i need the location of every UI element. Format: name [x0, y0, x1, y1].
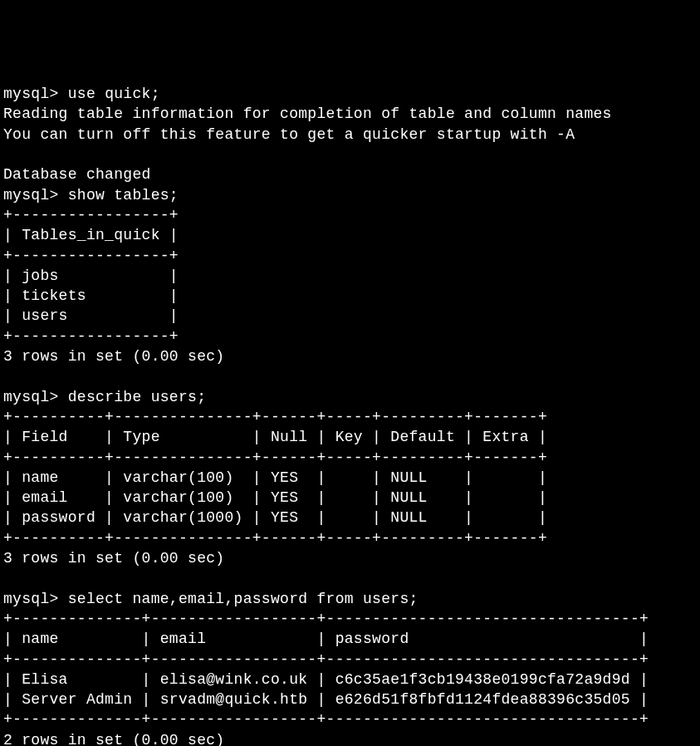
table-row: | tickets | [3, 287, 179, 304]
table-row: | Elisa | elisa@wink.co.uk | c6c35ae1f3c… [3, 671, 649, 688]
mysql-prompt: mysql> [3, 591, 59, 607]
msg-rowcount: 2 rows in set (0.00 sec) [3, 732, 224, 746]
table-border: +----------+---------------+------+-----… [3, 449, 547, 466]
msg-dbchanged: Database changed [3, 166, 151, 183]
table-border: +--------------+------------------+-----… [3, 611, 649, 627]
table-row: | email | varchar(100) | YES | | NULL | … [3, 489, 547, 506]
table-row: | users | [3, 307, 179, 324]
table-border: +-----------------+ [3, 207, 179, 223]
table-border: +----------+---------------+------+-----… [3, 530, 547, 547]
msg-rowcount: 3 rows in set (0.00 sec) [3, 550, 224, 567]
msg-reading: Reading table information for completion… [3, 106, 612, 122]
table-header: | name | email | password | [3, 631, 649, 647]
command-use-quick: use quick; [68, 86, 160, 102]
table-header: | Tables_in_quick | [3, 227, 179, 243]
table-border: +--------------+------------------+-----… [3, 711, 649, 728]
command-describe-users: describe users; [68, 389, 207, 405]
table-row: | name | varchar(100) | YES | | NULL | | [3, 469, 547, 486]
mysql-prompt: mysql> [3, 187, 59, 204]
table-border: +--------------+------------------+-----… [3, 651, 649, 668]
mysql-prompt: mysql> [3, 86, 59, 102]
command-show-tables: show tables; [68, 187, 179, 204]
msg-rowcount: 3 rows in set (0.00 sec) [3, 348, 224, 365]
table-row: | password | varchar(1000) | YES | | NUL… [3, 509, 547, 526]
table-border: +----------+---------------+------+-----… [3, 409, 547, 425]
msg-turnoff: You can turn off this feature to get a q… [3, 126, 575, 143]
table-row: | Server Admin | srvadm@quick.htb | e626… [3, 691, 649, 708]
table-header: | Field | Type | Null | Key | Default | … [3, 429, 547, 445]
table-row: | jobs | [3, 267, 179, 284]
mysql-prompt: mysql> [3, 389, 59, 405]
table-border: +-----------------+ [3, 248, 179, 264]
terminal-output: mysql> use quick; Reading table informat… [3, 84, 697, 746]
command-select-users: select name,email,password from users; [68, 591, 419, 607]
table-border: +-----------------+ [3, 328, 179, 345]
